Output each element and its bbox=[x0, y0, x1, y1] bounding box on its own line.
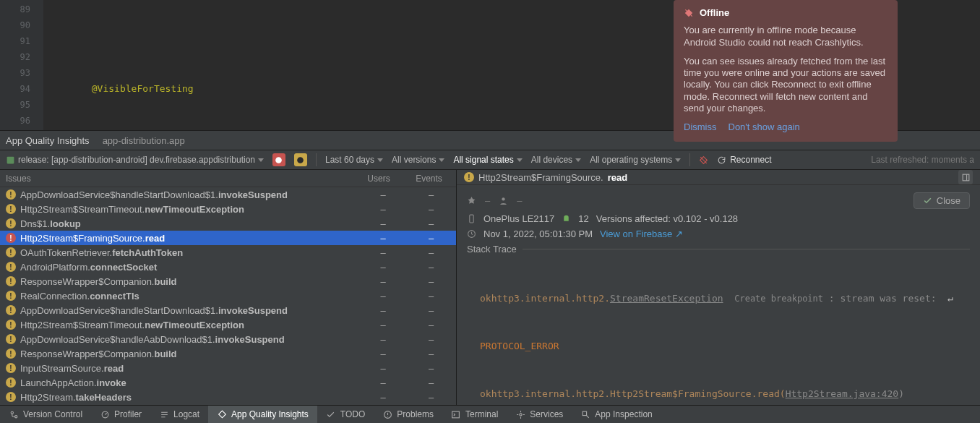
svg-point-15 bbox=[520, 413, 522, 415]
view-on-firebase-link[interactable]: View on Firebase ↗ bbox=[600, 228, 683, 239]
module-icon bbox=[6, 155, 15, 165]
issue-detail-panel: ! Http2Stream$FramingSource.read – – Clo… bbox=[457, 170, 980, 405]
nonfatal-icon: ! bbox=[6, 291, 16, 301]
svg-rect-0 bbox=[7, 156, 14, 163]
nonfatal-filter-toggle[interactable] bbox=[294, 153, 307, 166]
issue-row[interactable]: !LaunchAppAction.invoke–– bbox=[0, 375, 456, 390]
issue-row[interactable]: !AppDownloadService$handleStartDownload$… bbox=[0, 303, 456, 317]
check-icon bbox=[923, 196, 932, 205]
issue-row[interactable]: !OAuthTokenRetriever.fetchAuthToken–– bbox=[0, 245, 456, 260]
annotation: @VisibleForTesting bbox=[92, 83, 194, 94]
nonfatal-icon: ! bbox=[6, 392, 16, 402]
os-dropdown[interactable]: All operating systems bbox=[590, 155, 681, 165]
last-refreshed-label: Last refreshed: moments a bbox=[871, 155, 974, 165]
issue-row[interactable]: !InputStreamSource.read–– bbox=[0, 361, 456, 375]
tab-app-inspection[interactable]: App Inspection bbox=[572, 406, 661, 423]
svg-rect-6 bbox=[470, 215, 473, 223]
nonfatal-icon: ! bbox=[6, 218, 16, 228]
svg-point-2 bbox=[298, 157, 304, 163]
stack-frame-link[interactable]: Http2Stream.java:420 bbox=[786, 388, 899, 399]
api-level: 12 bbox=[578, 213, 588, 224]
issue-row[interactable]: !Http2Stream$FramingSource.read–– bbox=[0, 231, 456, 245]
refresh-icon bbox=[717, 155, 726, 165]
device-label: OnePlus LE2117 bbox=[483, 213, 554, 224]
issue-name: Http2Stream$StreamTimeout.newTimeoutExce… bbox=[20, 320, 360, 330]
svg-rect-14 bbox=[452, 411, 460, 418]
issue-name: Dns$1.lookup bbox=[20, 218, 360, 229]
issue-detail-header: ! Http2Stream$FramingSource.read bbox=[457, 170, 980, 185]
date-range-dropdown[interactable]: Last 60 days bbox=[325, 155, 383, 165]
aqi-filter-toolbar: release: [app-distribution-android] dev.… bbox=[0, 150, 980, 170]
build-variant-dropdown[interactable]: release: [app-distribution-android] dev.… bbox=[6, 155, 264, 165]
svg-rect-16 bbox=[583, 411, 586, 415]
offline-text-1: You are currently in offline mode becaus… bbox=[684, 25, 887, 48]
col-header-issues: Issues bbox=[6, 174, 356, 184]
tab-version-control[interactable]: Version Control bbox=[0, 406, 91, 423]
issue-row[interactable]: !AppDownloadService$handleAabDownload$1.… bbox=[0, 332, 456, 346]
signal-icon bbox=[467, 196, 476, 205]
issue-row[interactable]: !Http2Stream$StreamTimeout.newTimeoutExc… bbox=[0, 202, 456, 216]
svg-rect-3 bbox=[963, 174, 969, 181]
dismiss-link[interactable]: Dismiss bbox=[684, 121, 717, 133]
tab-terminal[interactable]: Terminal bbox=[442, 406, 507, 423]
tab-services[interactable]: Services bbox=[507, 406, 572, 423]
issue-row[interactable]: !ResponseWrapper$Companion.build–– bbox=[0, 346, 456, 361]
issue-row[interactable]: !Dns$1.lookup–– bbox=[0, 216, 456, 231]
tab-profiler[interactable]: Profiler bbox=[91, 406, 150, 423]
tab-todo[interactable]: TODO bbox=[317, 406, 374, 423]
dont-show-again-link[interactable]: Don't show again bbox=[728, 121, 800, 133]
nonfatal-icon: ! bbox=[6, 189, 16, 200]
svg-point-5 bbox=[502, 197, 505, 200]
issue-row[interactable]: !AppDownloadService$handleStartDownload$… bbox=[0, 187, 456, 202]
col-header-users: Users bbox=[356, 174, 402, 184]
issue-name: InputStreamSource.read bbox=[20, 363, 360, 374]
offline-icon bbox=[684, 8, 694, 18]
issue-name: Http2Stream.takeHeaders bbox=[20, 392, 360, 403]
issue-name: Http2Stream$StreamTimeout.newTimeoutExce… bbox=[20, 204, 360, 215]
issue-name: AppDownloadService$handleStartDownload$1… bbox=[20, 189, 360, 200]
toggle-details-button[interactable] bbox=[958, 170, 973, 184]
event-time: Nov 1, 2022, 05:01:30 PM bbox=[483, 228, 593, 239]
issue-name: ResponseWrapper$Companion.build bbox=[20, 276, 360, 287]
nonfatal-icon: ! bbox=[6, 377, 16, 388]
nonfatal-icon: ! bbox=[6, 363, 16, 373]
issue-row[interactable]: !Http2Stream$StreamTimeout.newTimeoutExc… bbox=[0, 317, 456, 332]
close-button[interactable]: Close bbox=[914, 192, 970, 209]
nonfatal-icon: ! bbox=[6, 349, 16, 359]
nonfatal-icon: ! bbox=[6, 262, 16, 272]
issues-list-header: Issues Users Events bbox=[0, 170, 456, 187]
issue-name: AppDownloadService$handleStartDownload$1… bbox=[20, 305, 360, 316]
issue-name: AppDownloadService$handleAabDownload$1.i… bbox=[20, 334, 360, 345]
exception-class-link[interactable]: StreamResetException bbox=[610, 293, 723, 304]
nonfatal-icon: ! bbox=[6, 276, 16, 286]
svg-point-8 bbox=[11, 411, 13, 414]
tab-logcat[interactable]: Logcat bbox=[150, 406, 208, 423]
issue-name: LaunchAppAction.invoke bbox=[20, 377, 360, 388]
editor-gutter: 89 90 91 92 93 94 95 96 97 bbox=[0, 0, 43, 130]
aqi-title: App Quality Insights bbox=[6, 135, 90, 146]
stack-trace: okhttp3.internal.http2.StreamResetExcept… bbox=[467, 259, 970, 405]
reconnect-button[interactable]: Reconnect bbox=[717, 155, 771, 165]
connection-status-icon bbox=[699, 155, 708, 165]
issue-name: Http2Stream$FramingSource.read bbox=[20, 233, 360, 244]
nonfatal-icon: ! bbox=[6, 305, 16, 315]
fatal-icon: ! bbox=[6, 233, 16, 243]
signal-states-dropdown[interactable]: All signal states bbox=[453, 155, 522, 165]
tab-problems[interactable]: Problems bbox=[374, 406, 442, 423]
issue-row[interactable]: !AndroidPlatform.connectSocket–– bbox=[0, 260, 456, 274]
issue-row[interactable]: !RealConnection.connectTls–– bbox=[0, 289, 456, 303]
versions-affected: Versions affected: v0.102 - v0.128 bbox=[596, 213, 738, 224]
fatal-filter-toggle[interactable] bbox=[272, 153, 285, 166]
device-icon bbox=[467, 214, 476, 223]
offline-text-2: You can see issues already fetched from … bbox=[684, 56, 887, 114]
issue-name: RealConnection.connectTls bbox=[20, 291, 360, 302]
user-icon bbox=[499, 196, 508, 205]
create-breakpoint-link[interactable]: Create breakpoint bbox=[734, 294, 823, 304]
issue-name: AndroidPlatform.connectSocket bbox=[20, 262, 360, 273]
issue-row[interactable]: !ResponseWrapper$Companion.build–– bbox=[0, 274, 456, 289]
devices-dropdown[interactable]: All devices bbox=[531, 155, 581, 165]
issue-row[interactable]: !Http2Stream.takeHeaders–– bbox=[0, 390, 456, 404]
tab-app-quality-insights[interactable]: App Quality Insights bbox=[208, 406, 317, 423]
svg-point-1 bbox=[276, 157, 283, 163]
versions-dropdown[interactable]: All versions bbox=[392, 155, 444, 165]
